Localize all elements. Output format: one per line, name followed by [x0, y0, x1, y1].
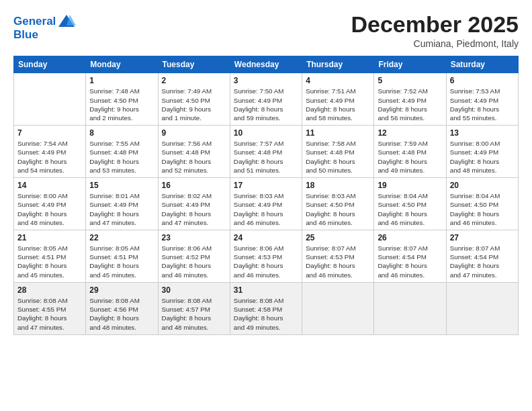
- day-cell: 21Sunrise: 8:05 AM Sunset: 4:51 PM Dayli…: [14, 230, 86, 283]
- day-number: 27: [450, 233, 515, 242]
- col-header-wednesday: Wednesday: [230, 56, 302, 73]
- day-info: Sunrise: 8:06 AM Sunset: 4:53 PM Dayligh…: [234, 244, 298, 279]
- day-number: 12: [378, 128, 442, 138]
- day-cell: [302, 282, 374, 334]
- day-cell: [14, 73, 86, 126]
- day-info: Sunrise: 8:03 AM Sunset: 4:50 PM Dayligh…: [306, 191, 370, 227]
- day-cell: 6Sunrise: 7:53 AM Sunset: 4:49 PM Daylig…: [446, 73, 518, 126]
- day-info: Sunrise: 7:59 AM Sunset: 4:48 PM Dayligh…: [378, 139, 442, 175]
- day-info: Sunrise: 7:54 AM Sunset: 4:49 PM Dayligh…: [17, 139, 82, 175]
- day-info: Sunrise: 8:07 AM Sunset: 4:54 PM Dayligh…: [450, 244, 515, 279]
- day-cell: 7Sunrise: 7:54 AM Sunset: 4:49 PM Daylig…: [14, 126, 86, 178]
- week-row-4: 21Sunrise: 8:05 AM Sunset: 4:51 PM Dayli…: [14, 230, 519, 283]
- day-number: 8: [89, 128, 154, 138]
- day-number: 1: [89, 76, 154, 85]
- day-number: 24: [234, 233, 298, 242]
- day-info: Sunrise: 8:01 AM Sunset: 4:49 PM Dayligh…: [89, 191, 154, 227]
- day-info: Sunrise: 8:08 AM Sunset: 4:57 PM Dayligh…: [162, 296, 226, 332]
- col-header-thursday: Thursday: [302, 56, 374, 73]
- day-info: Sunrise: 8:00 AM Sunset: 4:49 PM Dayligh…: [450, 139, 515, 175]
- day-info: Sunrise: 7:53 AM Sunset: 4:49 PM Dayligh…: [450, 87, 515, 122]
- day-number: 18: [306, 181, 370, 190]
- day-number: 17: [234, 181, 298, 190]
- day-cell: 27Sunrise: 8:07 AM Sunset: 4:54 PM Dayli…: [446, 230, 518, 283]
- day-cell: 25Sunrise: 8:07 AM Sunset: 4:53 PM Dayli…: [302, 230, 374, 283]
- day-info: Sunrise: 8:03 AM Sunset: 4:49 PM Dayligh…: [234, 191, 298, 227]
- day-info: Sunrise: 7:56 AM Sunset: 4:48 PM Dayligh…: [162, 139, 226, 175]
- day-number: 4: [306, 76, 370, 85]
- day-cell: 17Sunrise: 8:03 AM Sunset: 4:49 PM Dayli…: [230, 178, 302, 230]
- logo-text-blue: Blue: [13, 28, 38, 42]
- day-info: Sunrise: 8:08 AM Sunset: 4:58 PM Dayligh…: [234, 296, 298, 332]
- day-cell: 29Sunrise: 8:08 AM Sunset: 4:56 PM Dayli…: [86, 282, 158, 334]
- day-info: Sunrise: 8:05 AM Sunset: 4:51 PM Dayligh…: [17, 244, 82, 279]
- day-number: 11: [306, 128, 370, 138]
- week-row-2: 7Sunrise: 7:54 AM Sunset: 4:49 PM Daylig…: [14, 126, 519, 178]
- day-number: 22: [89, 233, 154, 242]
- day-cell: 15Sunrise: 8:01 AM Sunset: 4:49 PM Dayli…: [86, 178, 158, 230]
- day-number: 30: [162, 285, 226, 295]
- day-cell: [446, 282, 518, 334]
- col-header-sunday: Sunday: [14, 56, 86, 73]
- day-number: 2: [162, 76, 226, 85]
- day-info: Sunrise: 8:07 AM Sunset: 4:53 PM Dayligh…: [306, 244, 370, 279]
- day-number: 15: [89, 181, 154, 190]
- day-info: Sunrise: 7:51 AM Sunset: 4:49 PM Dayligh…: [306, 87, 370, 122]
- day-cell: 26Sunrise: 8:07 AM Sunset: 4:54 PM Dayli…: [374, 230, 446, 283]
- day-number: 5: [378, 76, 442, 85]
- day-cell: 23Sunrise: 8:06 AM Sunset: 4:52 PM Dayli…: [158, 230, 230, 283]
- header: General Blue December 2025 Cumiana, Pied…: [13, 12, 519, 49]
- calendar-table: SundayMondayTuesdayWednesdayThursdayFrid…: [13, 56, 519, 334]
- day-cell: 20Sunrise: 8:04 AM Sunset: 4:50 PM Dayli…: [446, 178, 518, 230]
- day-number: 13: [450, 128, 515, 138]
- day-cell: 24Sunrise: 8:06 AM Sunset: 4:53 PM Dayli…: [230, 230, 302, 283]
- day-cell: 30Sunrise: 8:08 AM Sunset: 4:57 PM Dayli…: [158, 282, 230, 334]
- day-info: Sunrise: 8:04 AM Sunset: 4:50 PM Dayligh…: [378, 191, 442, 227]
- day-number: 20: [450, 181, 515, 190]
- day-cell: 5Sunrise: 7:52 AM Sunset: 4:49 PM Daylig…: [374, 73, 446, 126]
- day-number: 9: [162, 128, 226, 138]
- day-cell: 14Sunrise: 8:00 AM Sunset: 4:49 PM Dayli…: [14, 178, 86, 230]
- day-cell: 12Sunrise: 7:59 AM Sunset: 4:48 PM Dayli…: [374, 126, 446, 178]
- day-info: Sunrise: 7:57 AM Sunset: 4:48 PM Dayligh…: [234, 139, 298, 175]
- day-number: 10: [234, 128, 298, 138]
- day-info: Sunrise: 7:50 AM Sunset: 4:49 PM Dayligh…: [234, 87, 298, 122]
- day-cell: 22Sunrise: 8:05 AM Sunset: 4:51 PM Dayli…: [86, 230, 158, 283]
- day-number: 23: [162, 233, 226, 242]
- day-cell: 16Sunrise: 8:02 AM Sunset: 4:49 PM Dayli…: [158, 178, 230, 230]
- day-cell: [374, 282, 446, 334]
- day-number: 25: [306, 233, 370, 242]
- day-info: Sunrise: 7:48 AM Sunset: 4:50 PM Dayligh…: [89, 87, 154, 122]
- day-info: Sunrise: 8:00 AM Sunset: 4:49 PM Dayligh…: [17, 191, 82, 227]
- day-cell: 28Sunrise: 8:08 AM Sunset: 4:55 PM Dayli…: [14, 282, 86, 334]
- day-cell: 18Sunrise: 8:03 AM Sunset: 4:50 PM Dayli…: [302, 178, 374, 230]
- day-number: 28: [17, 285, 82, 295]
- day-cell: 31Sunrise: 8:08 AM Sunset: 4:58 PM Dayli…: [230, 282, 302, 334]
- location: Cumiana, Piedmont, Italy: [351, 38, 519, 49]
- logo: General Blue: [13, 12, 76, 42]
- col-header-friday: Friday: [374, 56, 446, 73]
- day-number: 16: [162, 181, 226, 190]
- day-cell: 9Sunrise: 7:56 AM Sunset: 4:48 PM Daylig…: [158, 126, 230, 178]
- day-cell: 13Sunrise: 8:00 AM Sunset: 4:49 PM Dayli…: [446, 126, 518, 178]
- logo-text-general: General: [13, 15, 56, 28]
- logo-icon: [57, 12, 76, 31]
- col-header-saturday: Saturday: [446, 56, 518, 73]
- week-row-3: 14Sunrise: 8:00 AM Sunset: 4:49 PM Dayli…: [14, 178, 519, 230]
- day-number: 3: [234, 76, 298, 85]
- col-header-monday: Monday: [86, 56, 158, 73]
- day-info: Sunrise: 8:08 AM Sunset: 4:55 PM Dayligh…: [17, 296, 82, 332]
- col-header-tuesday: Tuesday: [158, 56, 230, 73]
- day-cell: 1Sunrise: 7:48 AM Sunset: 4:50 PM Daylig…: [86, 73, 158, 126]
- month-title: December 2025: [351, 12, 519, 37]
- day-cell: 11Sunrise: 7:58 AM Sunset: 4:48 PM Dayli…: [302, 126, 374, 178]
- calendar-header-row: SundayMondayTuesdayWednesdayThursdayFrid…: [14, 56, 519, 73]
- day-number: 7: [17, 128, 82, 138]
- week-row-5: 28Sunrise: 8:08 AM Sunset: 4:55 PM Dayli…: [14, 282, 519, 334]
- page: General Blue December 2025 Cumiana, Pied…: [0, 0, 532, 411]
- day-number: 6: [450, 76, 515, 85]
- day-number: 14: [17, 181, 82, 190]
- day-info: Sunrise: 7:58 AM Sunset: 4:48 PM Dayligh…: [306, 139, 370, 175]
- week-row-1: 1Sunrise: 7:48 AM Sunset: 4:50 PM Daylig…: [14, 73, 519, 126]
- day-cell: 19Sunrise: 8:04 AM Sunset: 4:50 PM Dayli…: [374, 178, 446, 230]
